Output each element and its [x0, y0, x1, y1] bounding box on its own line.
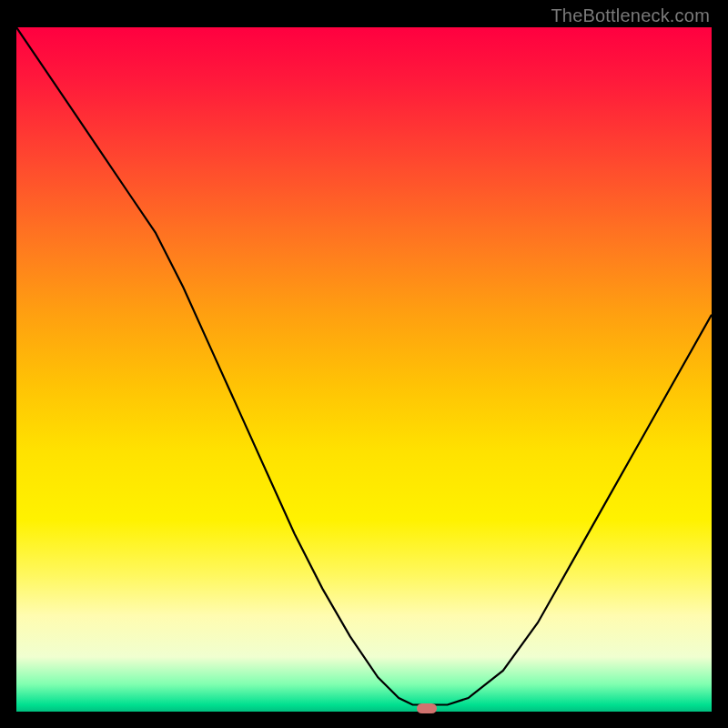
bottleneck-curve	[16, 27, 712, 712]
bottleneck-chart: TheBottleneck.com	[0, 0, 728, 728]
optimum-marker	[417, 703, 437, 713]
curve-path	[16, 27, 712, 705]
watermark-text: TheBottleneck.com	[551, 5, 710, 26]
plot-area	[16, 27, 712, 712]
